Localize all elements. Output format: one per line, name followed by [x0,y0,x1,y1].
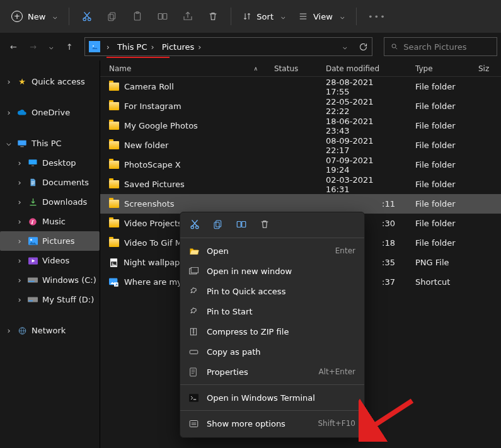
downloads-icon [27,197,38,207]
ctx-properties-kbd: Alt+Enter [318,367,355,376]
table-row[interactable]: Camera Roll28-08-2021 17:55File folder [100,77,501,96]
ctx-rename-icon[interactable] [236,219,247,230]
sidebar-item-this-pc[interactable]: ⌵ This PC [0,134,100,153]
ctx-pin-start[interactable]: Pin to Start [180,301,364,321]
svg-point-7 [93,45,94,47]
forward-button[interactable]: → [30,42,37,52]
table-row[interactable]: Saved Pictures02-03-2021 16:31File folde… [100,175,501,194]
rename-button[interactable] [151,5,174,28]
ctx-pin-quick[interactable]: Pin to Quick access [180,281,364,301]
new-window-icon [189,267,199,275]
table-row[interactable]: PhotoScape X07-09-2021 19:24File folder [100,155,501,175]
search-box[interactable] [384,37,497,56]
table-row[interactable]: Screenshots:11File folder [100,194,501,214]
up-button[interactable]: ↑ [66,42,73,52]
pictures-label: Pictures [42,236,74,246]
music-label: Music [42,217,66,226]
ctx-cut-icon[interactable] [189,219,200,230]
svg-point-15 [30,239,32,241]
my-stuff-d-label: My Stuff (D:) [42,295,94,304]
address-dropdown[interactable]: ⌵ [343,43,347,51]
address-bar[interactable]: › This PC › Pictures › ⌵ [84,37,372,56]
image-file-icon [109,258,118,268]
share-icon [182,11,193,22]
table-row[interactable]: New folder08-09-2021 22:17File folder [100,135,501,155]
ctx-copy-icon[interactable] [213,219,223,230]
file-type: PNG File [406,258,469,267]
downloads-label: Downloads [42,197,87,207]
table-row[interactable]: My Google Photos18-06-2021 23:43File fol… [100,116,501,135]
ctx-open-new-window[interactable]: Open in new window [180,261,364,281]
ctx-windows-terminal[interactable]: Open in Windows Terminal [180,388,364,408]
search-input[interactable] [403,42,490,52]
sidebar-item-quick-access[interactable]: › ★ Quick access [0,72,100,91]
more-button[interactable]: ••• [363,5,391,28]
sidebar-item-desktop[interactable]: › Desktop [0,153,100,173]
sidebar-item-music[interactable]: › Music [0,212,100,231]
sidebar-item-pictures[interactable]: › Pictures [0,231,100,251]
table-row[interactable]: For Instagram22-05-2021 22:22File folder [100,96,501,116]
svg-rect-9 [18,140,26,145]
ctx-copy-path[interactable]: Copy as path [180,342,364,362]
folder-icon [109,180,119,188]
recent-locations-button[interactable]: ⌵ [49,43,54,51]
view-button[interactable]: View [293,5,350,28]
back-button[interactable]: ← [10,42,17,52]
copy-button[interactable] [101,5,124,28]
cut-button[interactable] [76,5,98,28]
windows-c-label: Windows (C:) [42,275,96,285]
videos-icon [27,257,38,265]
ctx-new-window-label: Open in new window [207,267,292,276]
file-type: File folder [406,141,469,150]
sidebar-item-downloads[interactable]: › Downloads [0,192,100,212]
pictures-icon [27,237,38,245]
svg-rect-20 [28,301,33,301]
breadcrumb-pictures[interactable]: Pictures › [161,42,205,52]
sidebar-item-network[interactable]: › Network [0,321,100,340]
ctx-pin-start-label: Pin to Start [207,307,252,316]
plus-circle-icon: + [11,11,23,22]
file-date: 22-05-2021 22:22 [317,97,406,116]
ctx-zip[interactable]: Compress to ZIP file [180,321,364,342]
sidebar-item-documents[interactable]: › Documents [0,173,100,192]
sidebar-item-my-stuff-d[interactable]: › My Stuff (D:) [0,290,100,309]
sidebar-item-onedrive[interactable]: › OneDrive [0,103,100,122]
file-type: File folder [406,180,469,189]
sort-button[interactable]: Sort [238,5,291,28]
share-button[interactable] [176,5,199,28]
breadcrumb-this-pc[interactable]: This PC › [116,42,158,52]
sidebar-item-videos[interactable]: › Videos [0,251,100,270]
toolbar-separator [356,8,357,25]
open-folder-icon [189,247,199,255]
sidebar-item-windows-c[interactable]: › Windows (C:) [0,270,100,290]
file-date: 28-08-2021 17:55 [317,78,406,96]
svg-rect-17 [28,278,38,283]
ctx-properties[interactable]: Properties Alt+Enter [180,362,364,382]
svg-rect-36 [189,394,199,402]
ctx-properties-label: Properties [207,367,248,377]
file-type: File folder [406,160,469,169]
svg-rect-35 [190,368,197,376]
ctx-open[interactable]: Open Enter [180,241,364,261]
svg-rect-12 [32,165,34,166]
svg-rect-4 [159,14,163,20]
ctx-zip-label: Compress to ZIP file [207,327,289,336]
column-headers[interactable]: Name ∧ Status Date modified Type Siz [100,60,501,77]
onedrive-icon [16,109,28,116]
file-name: Where are my f [124,277,188,287]
ctx-separator [180,410,364,411]
paste-button[interactable] [126,5,149,28]
new-button[interactable]: + New [6,5,62,28]
ctx-show-more[interactable]: Show more options Shift+F10 [180,413,364,434]
svg-rect-29 [237,222,241,227]
file-date: :11 [317,199,406,209]
file-type: File folder [406,199,469,209]
delete-button[interactable] [202,5,224,28]
ctx-pin-quick-label: Pin to Quick access [207,287,285,296]
file-type: Shortcut [406,277,469,287]
toolbar-separator [231,8,231,25]
svg-rect-28 [214,222,219,229]
refresh-button[interactable] [359,42,368,52]
navigation-sidebar: › ★ Quick access › OneDrive ⌵ This PC › … [0,60,100,448]
ctx-delete-icon[interactable] [260,219,270,230]
